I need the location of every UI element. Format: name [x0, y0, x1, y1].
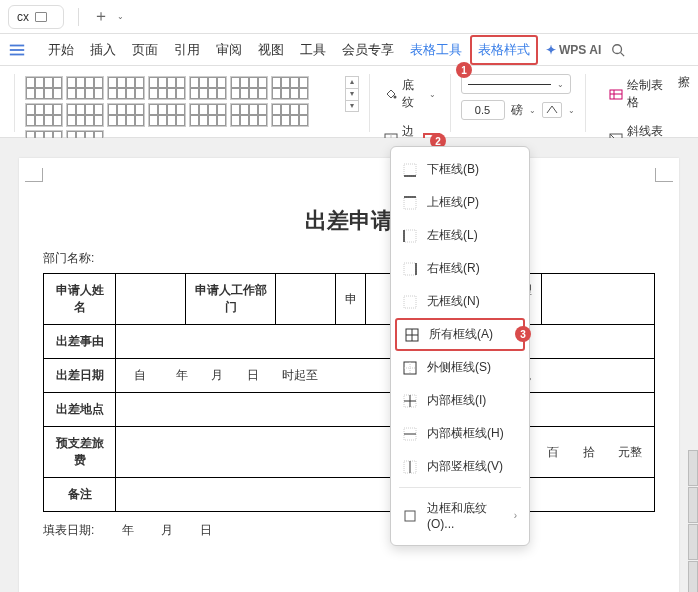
menu-page[interactable]: 页面 — [124, 35, 166, 65]
app-menu-icon[interactable] — [4, 37, 30, 63]
dd-border-right[interactable]: 右框线(R) — [391, 252, 529, 285]
svg-rect-36 — [405, 511, 415, 521]
line-weight-input[interactable]: 0.5 — [461, 100, 505, 120]
dd-border-outside[interactable]: 外侧框线(S) — [391, 351, 529, 384]
svg-rect-0 — [10, 44, 24, 46]
menu-view[interactable]: 视图 — [250, 35, 292, 65]
cell-app-label[interactable]: 申 — [336, 274, 366, 325]
svg-rect-1 — [10, 49, 24, 51]
border-top-icon — [403, 196, 417, 210]
svg-rect-16 — [404, 197, 416, 209]
menu-table-tools[interactable]: 表格工具 — [402, 35, 470, 65]
border-none-icon — [403, 295, 417, 309]
new-tab-button[interactable]: ＋ — [85, 6, 117, 27]
dd-border-left[interactable]: 左框线(L) — [391, 219, 529, 252]
window-icon — [35, 12, 47, 22]
line-style-select[interactable]: ⌄ — [461, 74, 571, 94]
dept-label: 部门名称: — [43, 250, 655, 267]
svg-rect-2 — [10, 53, 24, 55]
weight-unit: 磅 — [511, 102, 523, 119]
ai-spark-icon: ✦ — [546, 43, 556, 57]
dd-border-none[interactable]: 无框线(N) — [391, 285, 529, 318]
border-all-icon — [405, 328, 419, 342]
border-right-icon — [403, 262, 417, 276]
dd-border-inside-v[interactable]: 内部竖框线(V) — [391, 450, 529, 483]
document-area: 出差申请 部门名称: 申请人姓名 申请人工作部门 申 务代理人 出差事由 出差日… — [0, 138, 698, 592]
border-dropdown-menu: 下框线(B) 上框线(P) 左框线(L) 右框线(R) 无框线(N) 所有框线(… — [390, 146, 530, 546]
ribbon-toolbar: ▴▾▾ 底纹 ⌄ 边框 ⌄ ⌄ 0.5 磅⌄ ⌄ — [0, 66, 698, 138]
dd-border-inside-h[interactable]: 内部横框线(H) — [391, 417, 529, 450]
svg-point-5 — [394, 96, 397, 99]
menu-start[interactable]: 开始 — [40, 35, 82, 65]
annotation-badge-1: 1 — [456, 62, 472, 78]
search-icon[interactable] — [611, 43, 625, 57]
shading-label: 底纹 — [402, 77, 424, 111]
new-tab-dropdown[interactable]: ⌄ — [117, 12, 124, 21]
dd-borders-shading[interactable]: 边框和底纹(O)... › — [391, 492, 529, 539]
separator — [78, 8, 79, 26]
borders-dialog-icon — [403, 509, 417, 523]
selection-handles — [688, 450, 698, 592]
shading-button[interactable]: 底纹 ⌄ — [380, 74, 439, 114]
cell-proxy-value[interactable] — [542, 274, 655, 325]
menu-reference[interactable]: 引用 — [166, 35, 208, 65]
cell-name-label[interactable]: 申请人姓名 — [44, 274, 116, 325]
svg-line-4 — [621, 52, 625, 56]
svg-rect-22 — [404, 296, 416, 308]
wps-ai-button[interactable]: ✦ WPS AI — [546, 43, 601, 57]
draw-table-label: 绘制表格 — [627, 77, 666, 111]
border-left-icon — [403, 229, 417, 243]
paint-bucket-icon — [384, 87, 398, 101]
dd-border-top[interactable]: 上框线(P) — [391, 186, 529, 219]
dd-border-bottom[interactable]: 下框线(B) — [391, 153, 529, 186]
ai-label: WPS AI — [559, 43, 601, 57]
draw-table-icon — [609, 87, 623, 101]
tab-ext-text: cx — [17, 10, 29, 24]
menu-insert[interactable]: 插入 — [82, 35, 124, 65]
menu-member[interactable]: 会员专享 — [334, 35, 402, 65]
menu-tools[interactable]: 工具 — [292, 35, 334, 65]
border-inside-icon — [403, 394, 417, 408]
line-color-button[interactable] — [542, 102, 562, 118]
dd-border-all[interactable]: 所有框线(A) 3 — [395, 318, 525, 351]
svg-point-3 — [613, 44, 622, 53]
border-outside-icon — [403, 361, 417, 375]
fill-date-line: 填表日期: 年 月 日 — [43, 522, 655, 539]
doc-title: 出差申请 — [43, 206, 655, 236]
cell-workdept-value[interactable] — [276, 274, 336, 325]
dd-border-inside[interactable]: 内部框线(I) — [391, 384, 529, 417]
chevron-right-icon: › — [514, 510, 517, 521]
erase-button[interactable]: 擦 — [678, 70, 690, 91]
draw-table-button[interactable]: 绘制表格 — [605, 74, 670, 114]
form-table[interactable]: 申请人姓名 申请人工作部门 申 务代理人 出差事由 出差日期 自 年 月 日 — [43, 273, 655, 512]
border-inside-h-icon — [403, 427, 417, 441]
document-tab[interactable]: cx — [8, 5, 64, 29]
border-inside-v-icon — [403, 460, 417, 474]
menu-bar: 开始 插入 页面 引用 审阅 视图 工具 会员专享 表格工具 表格样式 ✦ WP… — [0, 34, 698, 66]
svg-rect-14 — [404, 164, 416, 176]
menu-table-style[interactable]: 表格样式 — [470, 35, 538, 65]
title-bar: cx ＋ ⌄ — [0, 0, 698, 34]
cell-workdept-label[interactable]: 申请人工作部门 — [186, 274, 276, 325]
svg-rect-18 — [404, 230, 416, 242]
annotation-badge-3: 3 — [515, 326, 531, 342]
page: 出差申请 部门名称: 申请人姓名 申请人工作部门 申 务代理人 出差事由 出差日… — [19, 158, 679, 592]
svg-rect-20 — [404, 263, 416, 275]
cell-name-value[interactable] — [116, 274, 186, 325]
gallery-scroll[interactable]: ▴▾▾ — [345, 76, 359, 112]
menu-review[interactable]: 审阅 — [208, 35, 250, 65]
border-bottom-icon — [403, 163, 417, 177]
